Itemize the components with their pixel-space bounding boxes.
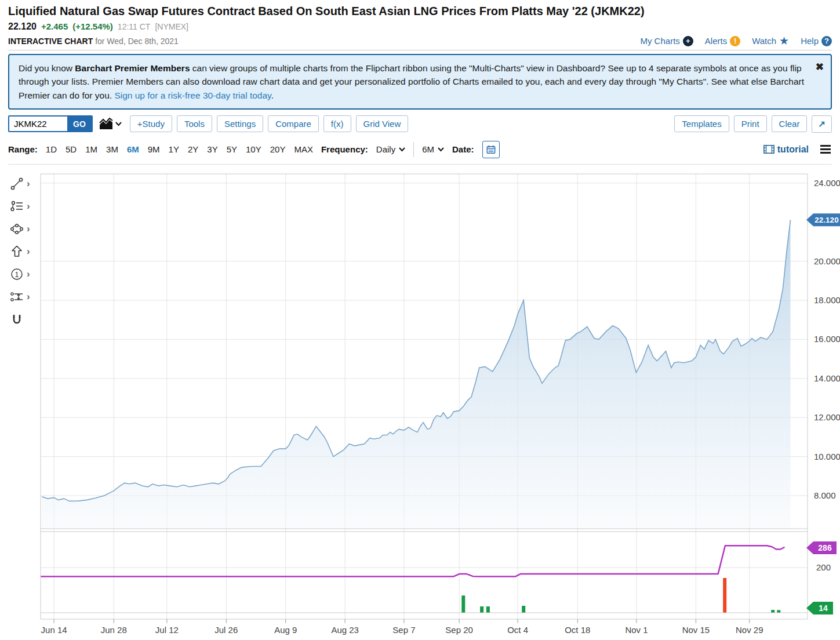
symbol-search-box: GO (8, 115, 93, 132)
annotations-icon (9, 199, 24, 214)
svg-text:Sep 20: Sep 20 (445, 625, 473, 635)
svg-text:14.000: 14.000 (814, 373, 840, 383)
open-interest-line (41, 546, 784, 576)
range-list: 1D5D1M3M6M9M1Y2Y3Y5Y10Y20YMAX (46, 144, 313, 154)
range-9m[interactable]: 9M (148, 144, 160, 154)
chevron-right-icon: › (27, 269, 30, 279)
svg-text:Nov 29: Nov 29 (736, 625, 763, 635)
my-charts-link[interactable]: My Charts + (640, 36, 693, 46)
range-1m[interactable]: 1M (85, 144, 97, 154)
range-20y[interactable]: 20Y (270, 144, 286, 154)
page-header: Liquified Natural Gas Swap Futures Contr… (0, 0, 840, 50)
svg-text:Aug 23: Aug 23 (331, 625, 359, 635)
help-link[interactable]: Help ? (801, 36, 832, 46)
shapes-tool[interactable]: › (9, 221, 30, 237)
clear-button[interactable]: Clear (772, 115, 808, 132)
area-chart-icon (99, 118, 114, 130)
fx-button[interactable]: f(x) (323, 115, 351, 132)
quote-time: 12:11 CT (118, 22, 151, 31)
range-5d[interactable]: 5D (66, 144, 77, 154)
alert-exclamation-icon: ! (730, 36, 740, 46)
plus-circle-icon: + (683, 36, 693, 46)
grid-view-button[interactable]: Grid View (356, 115, 409, 132)
price-change-pct: (+12.54%) (72, 21, 113, 31)
quote-row: 22.120 +2.465 (+12.54%) 12:11 CT [NYMEX] (8, 21, 832, 32)
print-button[interactable]: Print (734, 115, 767, 132)
range-6m[interactable]: 6M (127, 144, 139, 154)
range-max[interactable]: MAX (294, 144, 313, 154)
measure-tool[interactable]: › (9, 289, 30, 304)
symbol-input[interactable] (9, 117, 67, 131)
tutorial-link[interactable]: tutorial (763, 144, 809, 155)
chart-type-selector[interactable] (99, 118, 122, 130)
arrow-tool[interactable]: › (9, 244, 30, 259)
svg-text:20.000: 20.000 (814, 256, 840, 266)
page-title: Liquified Natural Gas Swap Futures Contr… (8, 5, 832, 18)
range-3y[interactable]: 3Y (207, 144, 217, 154)
watch-link[interactable]: Watch ★ (752, 35, 789, 46)
period-dropdown[interactable]: 6M (422, 144, 444, 154)
svg-text:16.000: 16.000 (814, 334, 840, 344)
range-1y[interactable]: 1Y (169, 144, 179, 154)
alerts-link[interactable]: Alerts ! (705, 36, 740, 46)
range-3m[interactable]: 3M (106, 144, 118, 154)
range-2y[interactable]: 2Y (188, 144, 198, 154)
svg-text:Jun 28: Jun 28 (101, 625, 127, 635)
close-icon[interactable]: ✖ (816, 60, 824, 75)
menu-icon[interactable] (819, 144, 832, 155)
price-change: +2.465 (41, 21, 68, 31)
expand-chart-button[interactable]: ↗ (812, 115, 832, 133)
svg-text:24.000: 24.000 (814, 178, 840, 188)
number-one-circle-icon: 1 (9, 267, 24, 282)
settings-button[interactable]: Settings (217, 115, 263, 132)
chevron-right-icon: › (27, 224, 30, 234)
svg-text:22.120: 22.120 (814, 216, 838, 224)
svg-text:8.000: 8.000 (814, 490, 836, 500)
svg-text:Oct 4: Oct 4 (507, 625, 528, 635)
svg-text:12.000: 12.000 (814, 412, 840, 422)
star-icon: ★ (779, 35, 789, 46)
annotations-tool[interactable]: › (9, 199, 30, 214)
svg-text:14: 14 (819, 603, 828, 613)
frequency-label: Frequency: (321, 144, 368, 154)
subtitle-row: INTERACTIVE CHART for Wed, Dec 8th, 2021… (8, 35, 832, 50)
study-button[interactable]: +Study (130, 115, 172, 132)
svg-text:Aug 9: Aug 9 (274, 625, 297, 635)
premier-promo-banner: Did you know Barchart Premier Members ca… (8, 54, 832, 110)
svg-text:Sep 7: Sep 7 (392, 625, 415, 635)
chevron-right-icon: › (27, 292, 30, 301)
frequency-dropdown[interactable]: Daily (376, 144, 405, 154)
price-area-fill (42, 220, 790, 529)
chart-region: 24.00020.00018.00016.00014.00012.00010.0… (0, 168, 840, 640)
go-button[interactable]: GO (67, 117, 92, 131)
film-icon (763, 145, 774, 154)
range-1d[interactable]: 1D (46, 144, 57, 154)
trend-line-tool[interactable]: › (9, 176, 30, 191)
measure-icon (9, 289, 24, 304)
svg-text:1: 1 (15, 271, 19, 279)
shapes-icon (9, 221, 24, 237)
quote-exchange: [NYMEX] (155, 22, 188, 31)
banner-bold-text: Barchart Premier Members (75, 63, 190, 73)
svg-text:Jul 12: Jul 12 (155, 625, 179, 635)
toolbar-right: Templates Print Clear ↗ (674, 115, 832, 133)
svg-text:200: 200 (816, 562, 831, 572)
trend-line-icon (9, 176, 24, 191)
templates-button[interactable]: Templates (674, 115, 729, 132)
interactive-chart-label: INTERACTIVE CHART for Wed, Dec 8th, 2021 (8, 37, 179, 46)
number-annotation-tool[interactable]: 1 › (9, 267, 30, 282)
magnet-tool[interactable] (9, 312, 30, 327)
header-links: My Charts + Alerts ! Watch ★ Help ? (640, 35, 832, 46)
svg-text:Nov 15: Nov 15 (682, 625, 710, 635)
chevron-down-icon (438, 147, 444, 152)
range-10y[interactable]: 10Y (246, 144, 261, 154)
tools-button[interactable]: Tools (177, 115, 212, 132)
chevron-right-icon: › (27, 179, 30, 188)
chevron-down-icon (115, 122, 122, 126)
range-5y[interactable]: 5Y (227, 144, 237, 154)
last-price-badge: 22.120 (806, 213, 840, 226)
signup-trial-link[interactable]: Sign up for a risk-free 30-day trial tod… (114, 90, 271, 100)
date-picker-button[interactable] (482, 141, 500, 158)
compare-button[interactable]: Compare (268, 115, 319, 132)
chart-plot-area[interactable]: 24.00020.00018.00016.00014.00012.00010.0… (0, 168, 840, 640)
